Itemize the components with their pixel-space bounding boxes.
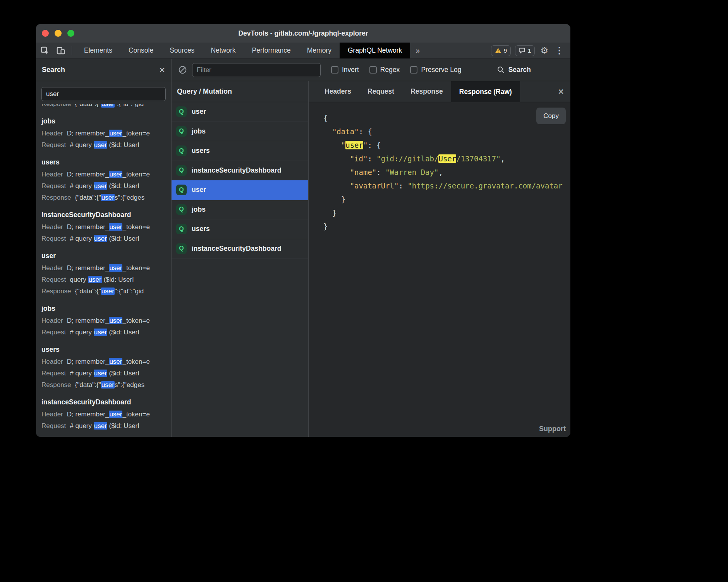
tab-request[interactable]: Request [359, 81, 402, 102]
query-list-item[interactable]: Qusers [172, 141, 308, 161]
device-toolbar-icon[interactable] [56, 46, 66, 56]
filter-search-button[interactable]: Search [497, 66, 531, 74]
search-result-group-title[interactable]: jobs [41, 302, 166, 315]
search-result-line[interactable]: Requestquery user ($id: UserI [41, 274, 166, 286]
devtools-tab-memory[interactable]: Memory [299, 43, 340, 58]
plain-text: # query [70, 329, 93, 336]
checkbox-label: Preserve Log [421, 66, 461, 74]
warning-triangle-icon [495, 48, 501, 53]
search-result-line[interactable]: Response{"data":{"user":{"id":"gid [41, 286, 166, 297]
issues-badge[interactable]: 1 [515, 45, 535, 56]
search-result-group: jobsHeaderD; remember_user_token=eReques… [41, 115, 166, 151]
search-result-line[interactable]: Request# query user ($id: UserI [41, 180, 166, 192]
query-type-badge: Q [176, 165, 187, 176]
search-result-line[interactable]: HeaderD; remember_user_token=e [41, 221, 166, 233]
search-result-line[interactable]: Response{"data":{"user":{"id":"gid [41, 104, 166, 110]
plain-text: # query [70, 235, 93, 242]
search-result-line[interactable]: Request# query user ($id: UserI [41, 420, 166, 432]
plain-text: D; remember_ [67, 317, 109, 324]
tab-response-raw[interactable]: Response (Raw) [451, 81, 520, 102]
search-result-group-title[interactable]: instanceSecurityDashboard [41, 209, 166, 221]
search-result-group-title[interactable]: users [41, 156, 166, 169]
filter-checkbox-regex[interactable]: Regex [369, 66, 400, 74]
plain-text: ($id: UserI [107, 141, 139, 149]
search-result-group-title[interactable]: users [41, 343, 166, 356]
devtools-tab-elements[interactable]: Elements [76, 43, 120, 58]
kebab-menu-icon[interactable]: ⋮ [554, 46, 565, 55]
query-list-item[interactable]: Qjobs [172, 200, 308, 220]
search-result-label: Header [41, 223, 63, 231]
tab-response[interactable]: Response [402, 81, 451, 102]
devtools-tab-graphql-network[interactable]: GraphQL Network [340, 43, 410, 58]
search-result-line[interactable]: Request# query user ($id: UserI [41, 368, 166, 379]
network-area: InvertRegexPreserve Log Search Query / M… [172, 59, 570, 437]
more-tabs-chevron[interactable]: » [410, 43, 425, 58]
close-window-button[interactable] [42, 30, 49, 37]
search-icon [497, 66, 505, 74]
search-result-text: {"data":{"user":{"id":"gid [75, 104, 144, 108]
search-result-line[interactable]: HeaderD; remember_user_token=e [41, 169, 166, 180]
devtools-tab-sources[interactable]: Sources [161, 43, 203, 58]
block-requests-icon[interactable] [178, 65, 187, 75]
inspect-element-icon[interactable] [40, 46, 50, 56]
search-result-group-title[interactable]: instanceSecurityDashboard [41, 396, 166, 409]
copy-button[interactable]: Copy [536, 108, 566, 124]
search-result-text: {"data":{"users":{"edges [75, 381, 145, 389]
devtools-tab-performance[interactable]: Performance [244, 43, 299, 58]
search-result-text: D; remember_user_token=e [67, 411, 150, 418]
search-result-line[interactable]: HeaderD; remember_user_token=e [41, 356, 166, 368]
search-result-label: Header [41, 411, 63, 418]
search-result-line[interactable]: HeaderD; remember_user_token=e [41, 409, 166, 420]
query-list-item[interactable]: Quser [172, 180, 308, 200]
search-panel: Search ✕ Response{"data":{"user":{"id":"… [36, 59, 172, 437]
tab-headers[interactable]: Headers [316, 81, 359, 102]
plain-text: s":{"edges [115, 381, 144, 389]
devtools-tab-console[interactable]: Console [120, 43, 161, 58]
search-result-line[interactable]: Request# query user ($id: UserI [41, 233, 166, 245]
search-result-line[interactable]: Response{"data":{"users":{"edges [41, 379, 166, 391]
query-list-item[interactable]: QinstanceSecurityDashboard [172, 239, 308, 259]
minimize-window-button[interactable] [55, 30, 62, 37]
devtools-tab-strip: ElementsConsoleSourcesNetworkPerformance… [76, 43, 410, 58]
plain-text: # query [70, 141, 93, 149]
search-result-label: Header [41, 171, 63, 178]
filter-checkbox-preserve-log[interactable]: Preserve Log [410, 66, 461, 74]
plain-text: D; remember_ [67, 264, 109, 272]
match-highlight: user [94, 422, 107, 430]
search-results: Response{"data":{"user":{"id":"gidjobsHe… [36, 104, 171, 437]
plain-text: {"data":{" [75, 104, 101, 108]
search-result-line[interactable]: HeaderD; remember_user_token=e [41, 315, 166, 327]
query-type-badge: Q [176, 224, 187, 234]
query-type-badge: Q [176, 146, 187, 156]
query-list-item[interactable]: Qusers [172, 219, 308, 239]
query-list-item[interactable]: Qjobs [172, 122, 308, 142]
filter-checkbox-invert[interactable]: Invert [331, 66, 359, 74]
search-result-text: {"data":{"user":{"id":"gid [75, 288, 144, 295]
search-result-label: Request [41, 182, 66, 190]
traffic-lights [42, 30, 74, 37]
search-result-line[interactable]: HeaderD; remember_user_token=e [41, 262, 166, 274]
settings-gear-icon[interactable]: ⚙ [539, 46, 549, 55]
query-list-item[interactable]: Quser [172, 102, 308, 122]
search-result-line[interactable]: Request# query user ($id: UserI [41, 327, 166, 338]
search-result-line[interactable]: Request# query user ($id: UserI [41, 139, 166, 151]
details-close-icon[interactable]: ✕ [558, 87, 564, 96]
filter-input[interactable] [192, 63, 321, 77]
match-highlight: user [109, 171, 122, 178]
warnings-badge[interactable]: 9 [491, 45, 511, 56]
search-result-line[interactable]: HeaderD; remember_user_token=e [41, 128, 166, 139]
search-result-line[interactable]: Response{"data":{"users":{"edges [41, 192, 166, 204]
plain-text: D; remember_ [67, 130, 109, 137]
search-result-label: Request [41, 370, 66, 377]
support-link[interactable]: Support [539, 425, 566, 433]
search-result-group-title[interactable]: jobs [41, 115, 166, 128]
search-result-text: D; remember_user_token=e [67, 264, 150, 272]
zoom-window-button[interactable] [67, 30, 74, 37]
match-highlight: user [101, 104, 115, 108]
query-list-item[interactable]: QinstanceSecurityDashboard [172, 161, 308, 181]
devtools-tab-network[interactable]: Network [203, 43, 244, 58]
plain-text: # query [70, 370, 93, 377]
search-panel-close-icon[interactable]: ✕ [159, 65, 165, 75]
search-input[interactable] [41, 87, 166, 101]
search-result-group-title[interactable]: user [41, 250, 166, 262]
